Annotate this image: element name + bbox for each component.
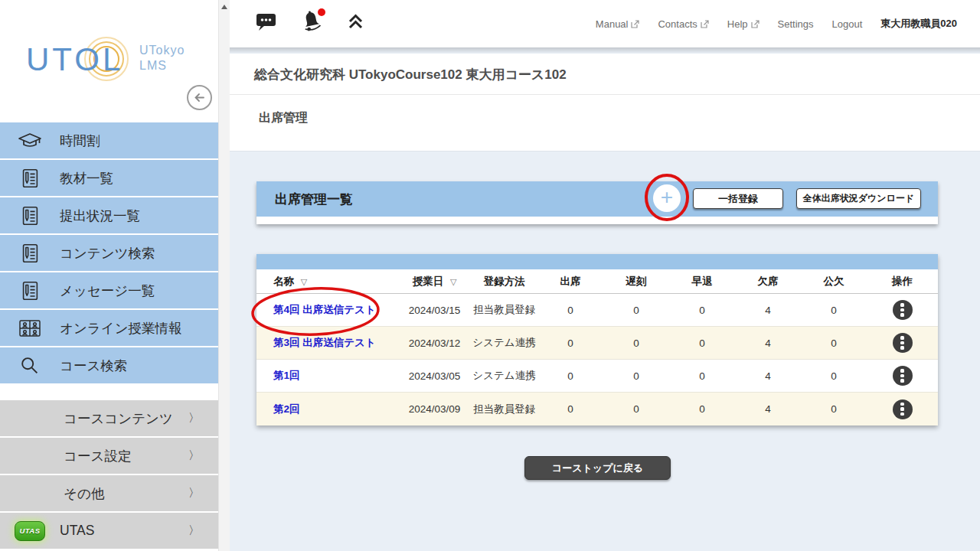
- utol-logo[interactable]: UTOL UTokyo LMS: [26, 35, 202, 89]
- sidebar-item-label: UTAS: [60, 523, 94, 539]
- column-header-date[interactable]: 授業日 ▽: [398, 275, 471, 289]
- sidebar-item-others[interactable]: その他 〉: [0, 475, 218, 511]
- username-display: 東大用教職員020: [880, 17, 957, 31]
- add-attendance-button[interactable]: +: [653, 184, 681, 212]
- sidebar-item-label: コース設定: [64, 447, 131, 465]
- sidebar-main-menu: 時間割 教材一覧: [0, 122, 218, 385]
- page-title: 出席管理: [230, 95, 980, 126]
- sidebar-item-materials[interactable]: 教材一覧: [0, 160, 218, 196]
- sidebar-item-timetable[interactable]: 時間割: [0, 122, 218, 158]
- table-row: 第3回 出席送信テスト 2024/03/12 システム連携 0 0 0 4 0: [256, 327, 938, 360]
- registration-method: システム連携: [471, 336, 537, 350]
- late-count: 0: [603, 337, 669, 349]
- late-count: 0: [603, 305, 669, 316]
- column-header-name[interactable]: 名称 ▽: [256, 275, 398, 289]
- sidebar-collapse-button[interactable]: [187, 85, 212, 110]
- chevron-right-icon: 〉: [188, 411, 200, 425]
- sidebar-item-label: オンライン授業情報: [60, 319, 182, 337]
- column-header-method: 登録方法: [471, 275, 537, 289]
- attendance-panel-header: 出席管理一覧 + 一括登録 全体出席状況ダウンロード: [256, 181, 938, 217]
- batch-register-button[interactable]: 一括登録: [693, 188, 783, 209]
- sidebar-item-course-search[interactable]: コース検索: [0, 347, 218, 383]
- table-row: 第2回 2024/03/09 担当教員登録 0 0 0 4 0: [256, 393, 938, 425]
- video-grid-icon: [16, 318, 44, 339]
- sidebar-item-utas[interactable]: UTAS UTAS 〉: [0, 513, 218, 549]
- attendance-record-link[interactable]: 第2回: [273, 403, 300, 415]
- contacts-link-label: Contacts: [658, 18, 697, 30]
- contacts-link[interactable]: Contacts: [658, 18, 708, 30]
- messages-button[interactable]: [255, 11, 278, 35]
- utol-lms-page: UTOL UTokyo LMS 時間割: [0, 0, 980, 551]
- double-chevron-up-icon: [345, 11, 366, 32]
- absent-count: 4: [735, 337, 801, 349]
- manual-link[interactable]: Manual: [596, 18, 640, 30]
- notification-badge: [318, 8, 325, 16]
- row-actions-menu-button[interactable]: [893, 399, 913, 419]
- manual-link-label: Manual: [596, 18, 629, 30]
- early-leave-count: 0: [669, 403, 735, 415]
- sort-icon[interactable]: ▽: [301, 277, 307, 286]
- sort-icon[interactable]: ▽: [450, 277, 456, 286]
- scrollbar-up-arrow-icon[interactable]: [221, 5, 227, 9]
- class-date: 2024/03/12: [398, 337, 471, 349]
- sidebar-item-label: 提出状況一覧: [60, 207, 140, 225]
- sidebar: UTOL UTokyo LMS 時間割: [0, 0, 218, 551]
- class-date: 2024/03/09: [398, 403, 471, 415]
- search-icon: [16, 354, 44, 377]
- sidebar-item-label: コースコンテンツ: [64, 409, 173, 428]
- chevron-right-icon: 〉: [188, 448, 200, 463]
- top-bar-links: Manual Contacts Help: [596, 0, 957, 47]
- row-actions-menu-button[interactable]: [893, 300, 913, 320]
- sidebar-item-course-settings[interactable]: コース設定 〉: [0, 438, 218, 474]
- utas-logo-icon: UTAS: [15, 521, 45, 541]
- chevron-right-icon: 〉: [188, 486, 200, 500]
- sidebar-item-submission-status[interactable]: 提出状況一覧: [0, 197, 218, 233]
- column-header-label: 名称: [273, 276, 294, 287]
- early-leave-count: 0: [669, 370, 735, 382]
- settings-link[interactable]: Settings: [778, 18, 814, 30]
- sidebar-item-label: メッセージ一覧: [60, 282, 155, 300]
- panel-title: 出席管理一覧: [275, 191, 353, 208]
- logo-wordmark: UTOL: [26, 41, 123, 78]
- download-attendance-button[interactable]: 全体出席状況ダウンロード: [796, 188, 921, 209]
- class-date: 2024/03/05: [398, 370, 471, 382]
- attendance-table: 名称 ▽ 授業日 ▽ 登録方法 出席 遅刻 早退 欠席 公欠 操作 第4回 出席…: [256, 254, 938, 425]
- present-count: 0: [537, 403, 603, 415]
- clipboard-icon: [16, 279, 44, 302]
- attendance-record-link[interactable]: 第1回: [273, 370, 300, 381]
- logout-link[interactable]: Logout: [832, 18, 863, 30]
- sidebar-scrollbar[interactable]: [218, 0, 230, 551]
- table-top-bar: [256, 254, 938, 269]
- graduation-cap-icon: [16, 130, 44, 152]
- help-link[interactable]: Help: [727, 18, 760, 30]
- column-header-label: 授業日: [413, 276, 444, 287]
- row-actions-menu-button[interactable]: [893, 366, 913, 386]
- collapse-topbar-button[interactable]: [345, 11, 366, 35]
- clipboard-icon: [16, 242, 44, 265]
- top-bar-icons: [255, 10, 366, 36]
- sidebar-item-content-search[interactable]: コンテンツ検索: [0, 235, 218, 271]
- clipboard-icon: [16, 167, 44, 190]
- sidebar-item-online-class-info[interactable]: オンライン授業情報: [0, 310, 218, 346]
- registration-method: 担当教員登録: [471, 403, 537, 416]
- settings-link-label: Settings: [778, 18, 814, 30]
- registration-method: 担当教員登録: [471, 303, 537, 317]
- column-header-absent: 欠席: [735, 275, 801, 289]
- attendance-panel-footer: [256, 217, 938, 224]
- logo-subtitle-line1: UTokyo: [139, 44, 185, 57]
- logo-subtitle-line2: LMS: [139, 59, 167, 72]
- help-link-label: Help: [727, 18, 748, 30]
- back-to-course-top-button[interactable]: コーストップに戻る: [524, 456, 671, 480]
- attendance-panel: 出席管理一覧 + 一括登録 全体出席状況ダウンロード: [256, 181, 938, 224]
- attendance-record-link[interactable]: 第4回 出席送信テスト: [273, 304, 376, 315]
- attendance-record-link[interactable]: 第3回 出席送信テスト: [273, 337, 376, 348]
- notifications-button[interactable]: [300, 10, 323, 36]
- sidebar-item-messages[interactable]: メッセージ一覧: [0, 272, 218, 308]
- row-actions-menu-button[interactable]: [893, 333, 913, 353]
- absent-count: 4: [735, 403, 801, 415]
- main-content: Manual Contacts Help: [230, 0, 980, 551]
- table-row: 第1回 2024/03/05 システム連携 0 0 0 4 0: [256, 360, 938, 393]
- sidebar-item-course-contents[interactable]: コースコンテンツ 〉: [0, 400, 218, 436]
- excused-count: 0: [801, 370, 867, 382]
- column-header-excused: 公欠: [801, 275, 867, 289]
